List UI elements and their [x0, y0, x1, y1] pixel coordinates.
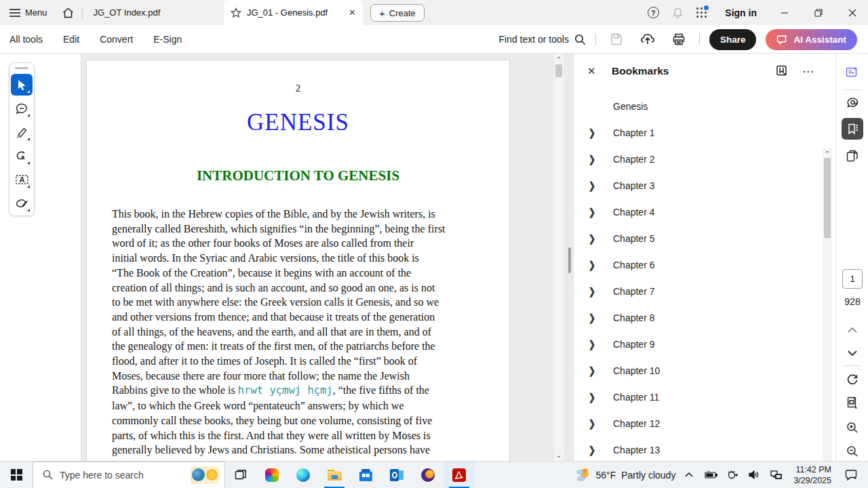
tab-close-icon[interactable]: ✕: [349, 7, 356, 18]
previous-page-button[interactable]: [842, 319, 863, 341]
sign-in-button[interactable]: Sign in: [715, 7, 766, 18]
microsoft-store-icon[interactable]: [350, 462, 381, 488]
scrollbar-thumb[interactable]: [824, 158, 831, 238]
bookmark-item[interactable]: ❯ Chapter 12: [574, 410, 823, 436]
page-thumbnails-button[interactable]: [842, 145, 863, 167]
bookmark-item[interactable]: ❯ Chapter 8: [574, 304, 823, 331]
action-center-icon[interactable]: [841, 462, 861, 488]
bookmark-item[interactable]: ❯ Chapter 11: [574, 384, 823, 410]
bookmark-item[interactable]: ❯ Chapter 6: [574, 251, 823, 278]
bookmark-item[interactable]: ❯ Chapter 13: [574, 436, 823, 463]
next-page-button[interactable]: [842, 342, 863, 364]
expand-chevron-icon[interactable]: ❯: [589, 312, 598, 323]
menu-button[interactable]: Menu: [0, 0, 54, 25]
draw-tool-button[interactable]: [11, 145, 33, 167]
expand-chevron-icon[interactable]: ❯: [589, 285, 598, 297]
bookmark-item[interactable]: ❯ Chapter 3: [574, 172, 823, 199]
comments-panel-button[interactable]: [842, 92, 863, 114]
ai-assistant-panel-button[interactable]: [842, 62, 863, 83]
text-select-tool-button[interactable]: A: [11, 169, 33, 190]
file-explorer-icon[interactable]: [319, 462, 350, 488]
save-button[interactable]: [606, 27, 627, 52]
taskbar-search[interactable]: Type here to search: [33, 462, 225, 488]
add-bookmark-button[interactable]: [776, 65, 789, 78]
all-tools-menu[interactable]: All tools: [9, 34, 43, 45]
fill-sign-tool-button[interactable]: [11, 192, 33, 214]
find-text-button[interactable]: Find text or tools: [498, 34, 586, 45]
expand-chevron-icon[interactable]: ❯: [589, 232, 598, 244]
bookmark-item[interactable]: ❯ Chapter 1: [574, 119, 823, 146]
expand-chevron-icon[interactable]: ❯: [589, 180, 598, 191]
tab-inactive-document[interactable]: JG_OT Index.pdf: [83, 0, 172, 25]
network-icon[interactable]: [768, 462, 784, 488]
clock-widget[interactable]: 11:42 PM 3/29/2025: [789, 464, 835, 486]
rotate-page-button[interactable]: [842, 368, 863, 390]
expand-chevron-icon[interactable]: ❯: [589, 444, 598, 455]
expand-chevron-icon[interactable]: ❯: [589, 127, 598, 138]
scrollbar-thumb[interactable]: [555, 64, 562, 77]
bookmark-item[interactable]: ❯ Chapter 5: [574, 225, 823, 251]
apps-grid-button[interactable]: [691, 0, 713, 25]
window-close-button[interactable]: [837, 0, 868, 25]
panel-resize-handle[interactable]: [568, 247, 571, 273]
outlook-app-icon[interactable]: [381, 462, 412, 488]
copilot-app-icon[interactable]: [256, 462, 288, 488]
document-viewport[interactable]: 2 GENESIS INTRODUCTION TO GENESIS This b…: [81, 54, 573, 461]
bookmark-item[interactable]: ❯ Chapter 10: [574, 357, 823, 384]
scroll-up-arrow[interactable]: ⌃: [823, 150, 832, 157]
start-button[interactable]: [0, 462, 33, 488]
print-button[interactable]: [668, 27, 690, 52]
comment-tool-button[interactable]: [11, 98, 33, 119]
zoom-out-button[interactable]: [842, 441, 863, 462]
bookmark-item[interactable]: ❯ Chapter 2: [574, 146, 823, 172]
expand-chevron-icon[interactable]: ❯: [589, 338, 598, 350]
tab-active-document[interactable]: JG_01 - Genesis.pdf ✕: [224, 0, 363, 25]
weather-widget[interactable]: 56°F Partly cloudy: [576, 468, 676, 482]
expand-chevron-icon[interactable]: ❯: [589, 259, 598, 270]
edge-browser-icon[interactable]: [288, 462, 319, 488]
fit-page-button[interactable]: 1:1: [842, 392, 863, 413]
document-scrollbar[interactable]: ⌃ ⌄: [554, 54, 564, 461]
palette-drag-handle[interactable]: [15, 67, 28, 69]
meet-now-icon[interactable]: [724, 462, 741, 488]
highlight-tool-button[interactable]: [11, 121, 33, 143]
help-button[interactable]: ?: [642, 0, 664, 25]
convert-menu[interactable]: Convert: [100, 34, 133, 45]
edit-menu[interactable]: Edit: [63, 34, 79, 45]
bookmark-item[interactable]: ❯ Chapter 4: [574, 199, 823, 225]
share-button[interactable]: Share: [709, 29, 757, 50]
scroll-up-arrow[interactable]: ⌃: [554, 56, 564, 63]
ai-assistant-button[interactable]: AI Assistant: [766, 29, 857, 50]
acrobat-app-icon[interactable]: [443, 462, 475, 488]
firefox-browser-icon[interactable]: [412, 462, 443, 488]
window-minimize-button[interactable]: [769, 0, 800, 25]
expand-chevron-icon[interactable]: ❯: [589, 391, 598, 403]
scroll-down-arrow[interactable]: ⌄: [554, 451, 564, 459]
hidden-icons-chevron[interactable]: [681, 462, 697, 488]
expand-chevron-icon[interactable]: ❯: [589, 418, 598, 429]
bookmarks-panel-button[interactable]: [842, 118, 863, 140]
current-page-input[interactable]: 1: [842, 269, 863, 289]
close-panel-icon[interactable]: ✕: [587, 65, 598, 77]
task-view-button[interactable]: [225, 462, 256, 488]
zoom-in-button[interactable]: [842, 417, 863, 439]
upload-cloud-button[interactable]: [637, 27, 658, 52]
battery-icon[interactable]: [703, 462, 719, 488]
bookmarks-scrollbar[interactable]: ⌃ ⌄: [823, 148, 832, 488]
window-restore-button[interactable]: [803, 0, 834, 25]
home-button[interactable]: [54, 0, 82, 25]
esign-menu[interactable]: E-Sign: [153, 34, 182, 45]
select-tool-button[interactable]: [11, 74, 33, 96]
create-button[interactable]: + Create: [370, 4, 425, 22]
pdf-page[interactable]: 2 GENESIS INTRODUCTION TO GENESIS This b…: [86, 60, 510, 461]
bookmark-item[interactable]: ❯ Chapter 9: [574, 331, 823, 357]
bookmark-item[interactable]: ❯ Genesis: [574, 93, 823, 119]
bookmark-item[interactable]: ❯ Chapter 7: [574, 278, 823, 304]
expand-chevron-icon[interactable]: ❯: [589, 153, 598, 165]
expand-chevron-icon[interactable]: ❯: [589, 206, 598, 218]
options-ellipsis-button[interactable]: ⋯: [802, 64, 815, 79]
volume-icon[interactable]: [746, 462, 762, 488]
notifications-button[interactable]: [667, 0, 688, 25]
search-highlight-image[interactable]: [191, 466, 219, 484]
star-icon[interactable]: [231, 7, 241, 18]
